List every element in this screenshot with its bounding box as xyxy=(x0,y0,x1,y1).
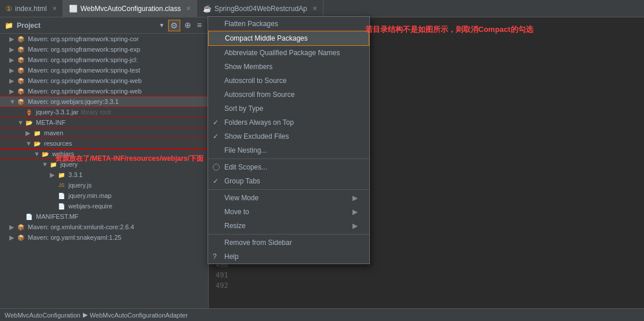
help-icon: ? xyxy=(213,253,217,261)
tree-arrow xyxy=(17,213,24,220)
tree-item-jquery-js[interactable]: JS jquery.js xyxy=(0,180,208,190)
dropdown-menu[interactable]: Flatten Packages Compact Middle Packages… xyxy=(208,16,370,264)
checkmark-group-tabs: ✓ xyxy=(213,177,219,185)
tree-arrow xyxy=(50,182,57,189)
breadcrumb-adapter: WebMvcAutoConfigurationAdapter xyxy=(90,312,188,319)
menu-item-label: Flatten Packages xyxy=(224,20,278,28)
checkmark-folders-top: ✓ xyxy=(213,118,219,127)
tree-item-xmlunit[interactable]: ▶ 📦 Maven: org.xmlunit:xmlunit-core:2.6.… xyxy=(0,222,208,232)
menu-item-abbreviate[interactable]: Abbreviate Qualified Package Names xyxy=(208,46,369,60)
menu-item-compact-middle[interactable]: Compact Middle Packages xyxy=(208,31,369,46)
tab-springboot[interactable]: ☕ SpringBoot04WebRestcrudAp ✕ xyxy=(197,0,323,17)
tree-item-resources[interactable]: ▼ 📂 resources xyxy=(0,138,208,149)
menu-separator-2 xyxy=(208,189,369,190)
tree-arrow: ▶ xyxy=(9,88,16,95)
menu-item-autoscroll-to[interactable]: Autoscroll to Source xyxy=(208,74,369,88)
menu-item-sort-by-type[interactable]: Sort by Type xyxy=(208,102,369,116)
map-file-icon: 📄 xyxy=(57,192,66,200)
tree-arrow: ▶ xyxy=(9,77,16,85)
tab-close-index-html[interactable]: ✕ xyxy=(52,5,57,12)
submenu-arrow-view-mode: ▶ xyxy=(341,194,358,202)
require-file-icon: 📄 xyxy=(57,202,66,210)
tree-item-spring-web2[interactable]: ▶ 📦 Maven: org.springframework:spring-we… xyxy=(0,86,208,96)
checkmark-show-excluded: ✓ xyxy=(213,132,219,140)
tree-label: Maven: org.xmlunit:xmlunit-core:2.6.4 xyxy=(28,223,134,230)
tree-label: Maven: org.springframework:spring-exp xyxy=(28,46,140,53)
tree-label: Maven: org.yaml:snakeyaml:1.25 xyxy=(28,234,121,241)
maven-icon: 📦 xyxy=(16,98,26,106)
tree-item-jquery-folder[interactable]: ▼ 📁 jquery xyxy=(0,159,208,169)
menu-icon[interactable]: ≡ xyxy=(195,20,203,31)
menu-item-flatten-packages[interactable]: Flatten Packages xyxy=(208,17,369,31)
tree-item-webjars[interactable]: ▼ 📂 webjars xyxy=(0,149,208,159)
menu-item-help[interactable]: ? Help xyxy=(208,250,369,264)
maven-icon: 📦 xyxy=(16,223,26,231)
tree-item-jquery-jar[interactable]: 🏺 jquery-3.3.1.jar library root xyxy=(0,107,208,117)
tree-item-snakeyaml[interactable]: ▶ 📦 Maven: org.yaml:snakeyaml:1.25 xyxy=(0,232,208,243)
menu-item-group-tabs[interactable]: ✓ Group Tabs xyxy=(208,174,369,188)
tree-container[interactable]: ▶ 📦 Maven: org.springframework:spring-co… xyxy=(0,34,208,308)
tree-label: jquery-3.3.1.jar xyxy=(36,109,78,116)
folder-icon: 📁 xyxy=(32,129,42,137)
menu-item-show-excluded[interactable]: ✓ Show Excluded Files xyxy=(208,129,369,143)
jar-icon: 🏺 xyxy=(24,108,34,116)
tree-arrow: ▼ xyxy=(9,98,16,105)
tree-arrow: ▶ xyxy=(9,234,16,241)
tree-item-spring-web1[interactable]: ▶ 📦 Maven: org.springframework:spring-we… xyxy=(0,75,208,86)
tab-webmvc[interactable]: ⬜ WebMvcAutoConfiguration.class ✕ xyxy=(63,0,197,17)
menu-item-remove-sidebar[interactable]: Remove from Sidebar xyxy=(208,236,369,250)
maven-icon: 📦 xyxy=(16,66,26,74)
tree-arrow: ▶ xyxy=(9,35,16,43)
tree-item-webjars-require[interactable]: 📄 webjars-require xyxy=(0,201,208,211)
tab-icon-webmvc: ⬜ xyxy=(69,5,78,13)
tab-close-springboot[interactable]: ✕ xyxy=(312,5,317,12)
tree-item-jquery-min-map[interactable]: 📄 jquery.min.map xyxy=(0,190,208,201)
manifest-file-icon: 📄 xyxy=(24,212,34,221)
tree-label: Maven: org.webjars:jquery:3.3.1 xyxy=(28,98,119,105)
menu-item-folders-top[interactable]: ✓ Folders Always on Top xyxy=(208,116,369,129)
settings-icon-gear[interactable]: ⚙ xyxy=(168,20,180,31)
tree-label: jquery.min.map xyxy=(68,192,111,199)
breadcrumb-arrow: ▶ xyxy=(83,311,88,319)
folder-icon: 📁 xyxy=(57,171,66,179)
tab-icon-html: ① xyxy=(6,5,12,13)
menu-item-label: File Nesting... xyxy=(224,146,267,154)
menu-item-move-to[interactable]: Move to ▶ xyxy=(208,205,369,219)
menu-item-label: Autoscroll from Source xyxy=(224,91,294,99)
tree-label: jquery xyxy=(60,161,78,168)
breadcrumb-webmvc: WebMvcAutoConfiguration xyxy=(5,312,81,319)
menu-item-view-mode[interactable]: View Mode ▶ xyxy=(208,191,369,205)
tree-item-spring-cor[interactable]: ▶ 📦 Maven: org.springframework:spring-co… xyxy=(0,34,208,44)
tree-arrow: ▼ xyxy=(34,150,41,157)
tree-arrow: ▼ xyxy=(42,161,49,168)
menu-item-label: Remove from Sidebar xyxy=(224,239,292,247)
menu-item-show-members[interactable]: Show Members xyxy=(208,60,369,74)
tree-item-maven[interactable]: ▶ 📁 maven xyxy=(0,128,208,138)
tree-item-spring-jcl[interactable]: ▶ 📦 Maven: org.springframework:spring-jc… xyxy=(0,55,208,65)
tree-arrow xyxy=(50,192,57,199)
menu-item-resize[interactable]: Resize ▶ xyxy=(208,219,369,233)
tree-arrow: ▶ xyxy=(9,67,16,74)
menu-item-edit-scopes[interactable]: Edit Scopes... xyxy=(208,160,369,174)
menu-item-autoscroll-from[interactable]: Autoscroll from Source xyxy=(208,88,369,102)
menu-item-file-nesting[interactable]: File Nesting... xyxy=(208,143,369,157)
tree-label: jquery.js xyxy=(68,182,92,189)
tree-arrow: ▶ xyxy=(9,223,16,231)
submenu-arrow-resize: ▶ xyxy=(341,222,358,230)
menu-item-label: Move to xyxy=(224,208,249,216)
tab-label-index-html: index.html xyxy=(15,5,47,13)
tree-item-spring-exp[interactable]: ▶ 📦 Maven: org.springframework:spring-ex… xyxy=(0,44,208,55)
tree-item-meta-inf[interactable]: ▼ 📂 META-INF xyxy=(0,117,208,128)
tab-icon-springboot: ☕ xyxy=(203,5,212,13)
menu-item-label: View Mode xyxy=(224,194,259,202)
menu-item-label: Edit Scopes... xyxy=(224,163,267,171)
tree-item-331[interactable]: ▶ 📁 3.3.1 xyxy=(0,169,208,180)
tree-item-manifest[interactable]: 📄 MANIFEST.MF xyxy=(0,211,208,222)
pin-icon[interactable]: ⊕ xyxy=(183,20,193,31)
tree-item-spring-test[interactable]: ▶ 📦 Maven: org.springframework:spring-te… xyxy=(0,65,208,75)
menu-item-label: Group Tabs xyxy=(224,177,260,185)
tab-close-webmvc[interactable]: ✕ xyxy=(186,5,191,12)
maven-icon: 📦 xyxy=(16,233,26,241)
tree-item-jquery[interactable]: ▼ 📦 Maven: org.webjars:jquery:3.3.1 xyxy=(0,96,208,107)
tab-index-html[interactable]: ① index.html ✕ xyxy=(0,0,63,17)
